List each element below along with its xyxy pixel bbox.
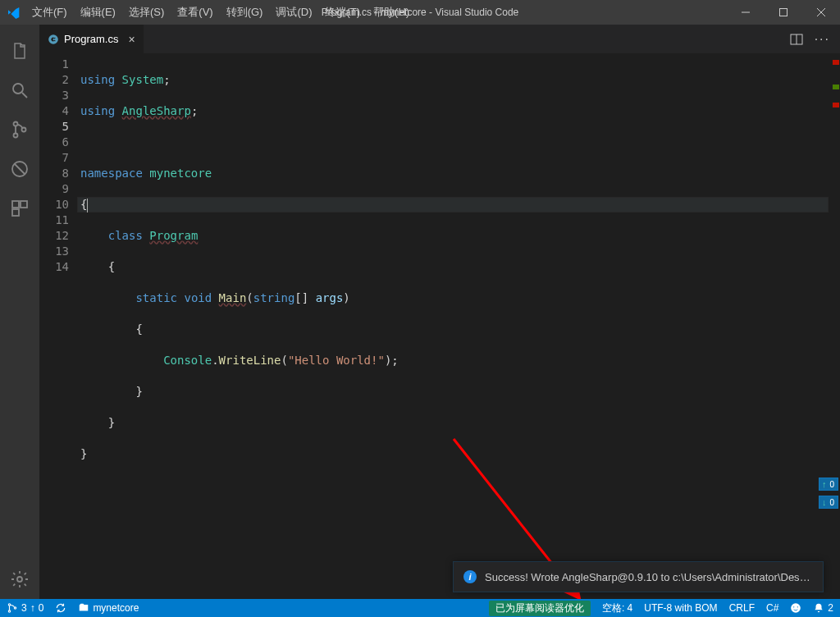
tab-bar: Program.cs × ··· xyxy=(39,25,840,53)
activity-bar xyxy=(0,25,39,599)
svg-rect-1 xyxy=(780,9,788,16)
svg-point-19 xyxy=(8,610,10,612)
tab-actions: ··· xyxy=(790,25,840,53)
status-bar: 3 ↑0 mynetcore 已为屏幕阅读器优化 空格: 4 UTF-8 wit… xyxy=(0,599,840,617)
svg-line-5 xyxy=(22,93,27,98)
tab-close-icon[interactable]: × xyxy=(128,33,135,46)
svg-rect-11 xyxy=(12,201,19,208)
more-actions-icon[interactable]: ··· xyxy=(815,32,830,47)
csharp-file-icon xyxy=(48,34,59,45)
svg-point-21 xyxy=(791,603,801,613)
menu-view[interactable]: 查看(V) xyxy=(171,2,218,23)
svg-point-22 xyxy=(793,606,794,607)
svg-point-7 xyxy=(14,134,18,138)
editor-area: Program.cs × ··· 1 2 3 4 5 6 7 8 9 1 xyxy=(39,25,840,599)
svg-point-14 xyxy=(17,577,22,582)
activity-search-icon[interactable] xyxy=(0,71,39,110)
split-editor-icon[interactable] xyxy=(790,33,803,46)
title-bar: 文件(F) 编辑(E) 选择(S) 查看(V) 转到(G) 调试(D) 终端(T… xyxy=(0,0,840,25)
svg-point-4 xyxy=(13,84,23,94)
minimize-button[interactable] xyxy=(727,0,765,25)
status-indent[interactable]: 空格: 4 xyxy=(602,601,632,616)
activity-scm-icon[interactable] xyxy=(0,110,39,149)
editor-body: 1 2 3 4 5 6 7 8 9 10 11 12 13 14 using S… xyxy=(39,53,840,599)
svg-point-8 xyxy=(22,128,26,132)
menu-edit[interactable]: 编辑(E) xyxy=(75,2,121,23)
status-workspace[interactable]: mynetcore xyxy=(78,602,139,614)
info-icon: i xyxy=(463,570,477,583)
notification-message: Success! Wrote AngleSharp@0.9.10 to c:\U… xyxy=(485,571,813,583)
notification-toast[interactable]: i Success! Wrote AngleSharp@0.9.10 to c:… xyxy=(453,561,824,592)
window-controls xyxy=(727,0,840,25)
svg-point-6 xyxy=(14,122,18,126)
status-feedback-icon[interactable] xyxy=(790,601,801,616)
overview-ruler[interactable] xyxy=(829,53,840,599)
status-notifications[interactable]: 2 xyxy=(813,601,833,616)
menu-go[interactable]: 转到(G) xyxy=(221,2,269,23)
sync-upload-badge[interactable]: ↑0 xyxy=(819,478,838,491)
svg-point-18 xyxy=(8,604,10,606)
status-screen-reader[interactable]: 已为屏幕阅读器优化 xyxy=(489,601,591,616)
status-git-branch[interactable]: 3 ↑0 xyxy=(7,602,43,614)
main-area: Program.cs × ··· 1 2 3 4 5 6 7 8 9 1 xyxy=(0,25,840,599)
tab-program-cs[interactable]: Program.cs × xyxy=(39,25,144,53)
status-eol[interactable]: CRLF xyxy=(729,601,755,616)
activity-debug-icon[interactable] xyxy=(0,149,39,189)
svg-point-20 xyxy=(14,607,16,609)
sync-badges: ↑0 ↓0 xyxy=(819,478,838,509)
activity-settings-icon[interactable] xyxy=(0,560,39,599)
sync-download-badge[interactable]: ↓0 xyxy=(819,496,838,509)
svg-line-10 xyxy=(15,164,25,174)
activity-extensions-icon[interactable] xyxy=(0,189,39,228)
vscode-logo-icon xyxy=(5,4,21,21)
tab-label: Program.cs xyxy=(64,33,118,45)
status-language[interactable]: C# xyxy=(766,601,778,616)
status-encoding[interactable]: UTF-8 with BOM xyxy=(644,601,717,616)
menu-selection[interactable]: 选择(S) xyxy=(123,2,170,23)
activity-explorer-icon[interactable] xyxy=(0,31,39,71)
close-window-button[interactable] xyxy=(802,0,840,25)
svg-rect-13 xyxy=(12,209,19,216)
code-content[interactable]: using System; using AngleSharp; namespac… xyxy=(80,53,829,599)
line-numbers-gutter: 1 2 3 4 5 6 7 8 9 10 11 12 13 14 xyxy=(39,53,80,599)
window-title: Program.cs - mynetcore - Visual Studio C… xyxy=(322,7,519,18)
menu-file[interactable]: 文件(F) xyxy=(26,2,73,23)
menu-debug[interactable]: 调试(D) xyxy=(270,2,317,23)
status-sync-icon[interactable] xyxy=(55,602,66,614)
svg-point-23 xyxy=(797,606,798,607)
maximize-button[interactable] xyxy=(765,0,802,25)
svg-rect-12 xyxy=(21,201,27,208)
